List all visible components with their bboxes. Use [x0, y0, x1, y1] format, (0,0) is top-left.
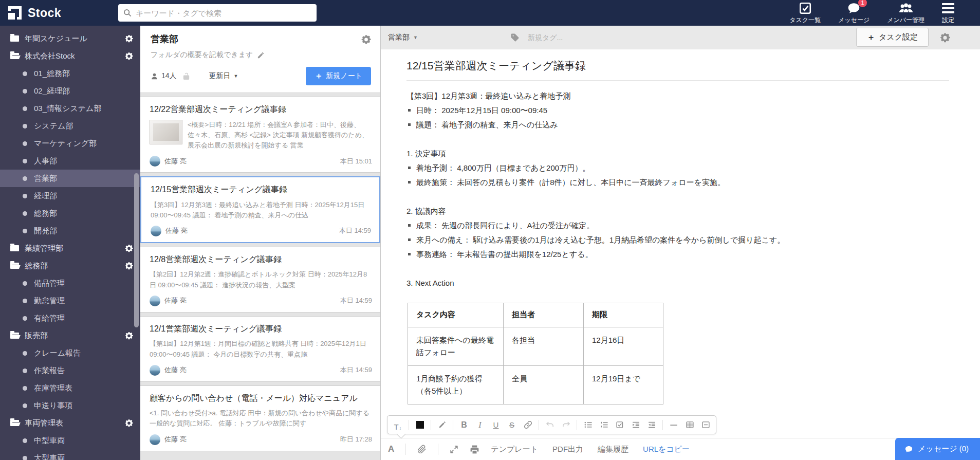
sidebar-item[interactable]: 作業報告: [0, 362, 140, 379]
underline-button[interactable]: U: [491, 419, 501, 431]
col-header-task: タスク内容: [408, 303, 504, 327]
doc-line: [406, 132, 949, 146]
indent-button[interactable]: [631, 419, 641, 431]
task-setting-button[interactable]: ＋ タスク設定: [856, 28, 929, 47]
bulleted-list-button[interactable]: [583, 419, 593, 431]
note-bullet-icon: [23, 386, 27, 391]
sidebar-item[interactable]: 営業部: [0, 170, 140, 187]
person-icon: [151, 72, 158, 80]
undo-button[interactable]: [545, 419, 555, 431]
sidebar-item[interactable]: 株式会社Stock: [0, 47, 140, 65]
sidebar-item[interactable]: 勤怠管理: [0, 292, 140, 309]
folder-gear-icon[interactable]: [125, 34, 133, 43]
folder-description[interactable]: フォルダの概要を記載できます: [151, 50, 371, 60]
text-color-button[interactable]: [415, 419, 425, 431]
insert-table-button[interactable]: [685, 419, 695, 431]
folder-gear-icon[interactable]: [125, 262, 133, 270]
unlock-icon[interactable]: [182, 72, 191, 81]
folder-gear-icon[interactable]: [125, 244, 133, 252]
table-remove-button[interactable]: [700, 419, 711, 431]
horizontal-rule-button[interactable]: [669, 419, 679, 431]
note-card[interactable]: 顧客からの問い合わせ（電話・メール）対応マニュアル <1. 問い合わせ受付>a.…: [140, 385, 380, 451]
sidebar-item[interactable]: 03_情報システム部: [0, 100, 140, 117]
pdf-export-button[interactable]: PDF出力: [552, 445, 583, 454]
folder-gear-icon[interactable]: [125, 52, 133, 60]
new-tag-input[interactable]: [528, 33, 631, 42]
note-document[interactable]: 12/15営業部週次ミーティング議事録 【第3回】12月第3週：最終追い込みと着…: [381, 49, 980, 438]
outdent-button[interactable]: [646, 419, 657, 431]
sidebar-item[interactable]: 有給管理: [0, 309, 140, 327]
sort-dropdown[interactable]: 更新日 ▼: [209, 71, 238, 81]
cell-deadline: 12月19日まで: [584, 366, 663, 404]
strikethrough-button[interactable]: S: [507, 419, 517, 431]
sidebar-item[interactable]: 総務部: [0, 205, 140, 222]
sidebar-item[interactable]: 業績管理部: [0, 240, 140, 257]
font-button[interactable]: A: [388, 444, 394, 454]
numbered-list-button[interactable]: [599, 419, 609, 431]
sidebar-item[interactable]: 経理部: [0, 187, 140, 205]
sidebar-item[interactable]: システム部: [0, 117, 140, 135]
link-button[interactable]: [523, 419, 533, 431]
folder-settings-gear-icon[interactable]: [361, 34, 371, 44]
col-header-deadline: 期限: [584, 303, 663, 327]
sidebar-item[interactable]: 販売部: [0, 327, 140, 344]
sidebar-item[interactable]: 車両管理表: [0, 414, 140, 432]
col-header-owner: 担当者: [504, 303, 584, 327]
sidebar-item-label: 作業報告: [34, 366, 65, 376]
sidebar-item[interactable]: クレーム報告: [0, 344, 140, 362]
sidebar-item[interactable]: 総務部: [0, 257, 140, 274]
note-settings-gear-icon[interactable]: [940, 32, 950, 43]
sidebar-item[interactable]: 年間スケジュール: [0, 30, 140, 47]
note-author: 佐藤 亮: [164, 365, 187, 375]
edit-history-button[interactable]: 編集履歴: [598, 445, 628, 454]
folder-gear-icon[interactable]: [125, 419, 133, 427]
sidebar-item-label: 備品管理: [34, 279, 65, 288]
tag-bar: 営業部 ▼ ＋ タスク設定: [381, 26, 980, 49]
search-input[interactable]: [136, 9, 311, 17]
new-note-button[interactable]: ＋ 新規ノート: [306, 67, 371, 85]
template-button[interactable]: テンプレート: [491, 445, 538, 454]
print-icon[interactable]: [470, 445, 479, 454]
sidebar-scrollbar[interactable]: [134, 173, 139, 327]
nav-messages[interactable]: 1 メッセージ: [838, 2, 870, 25]
sidebar-item[interactable]: 02_経理部: [0, 82, 140, 100]
copy-url-button[interactable]: URLをコピー: [643, 445, 690, 454]
text-size-button[interactable]: T↕: [393, 419, 403, 431]
sidebar-item[interactable]: 人事部: [0, 152, 140, 170]
message-thread-button[interactable]: メッセージ (0): [895, 438, 980, 460]
sidebar-item[interactable]: 申送り事項: [0, 397, 140, 414]
checklist-button[interactable]: [615, 419, 625, 431]
sidebar-item[interactable]: 備品管理: [0, 274, 140, 292]
sidebar-item[interactable]: 在庫管理表: [0, 379, 140, 397]
folder-gear-icon[interactable]: [125, 332, 133, 340]
sidebar-item-label: 開発部: [34, 226, 57, 236]
sidebar-item-label: 03_情報システム部: [34, 104, 101, 114]
table-row: 1月商談予約の獲得（各5件以上） 全員 12月19日まで: [408, 366, 663, 404]
doc-line: 【第3回】12月第3週：最終追い込みと着地予測: [406, 89, 949, 103]
note-card[interactable]: 12/15営業部週次ミーティング議事録 【第3回】12月第3週：最終追い込みと着…: [140, 176, 380, 243]
note-card[interactable]: 12/22営業部週次ミーティング議事録 <概要>日時：12/21 場所：会議室A…: [140, 97, 380, 173]
redo-button[interactable]: [561, 419, 571, 431]
nav-settings[interactable]: 設定: [942, 2, 954, 25]
next-action-table: タスク内容 担当者 期限 未回答案件への最終電話フォロー 各担当 12月16日: [408, 303, 663, 404]
sidebar-item[interactable]: 01_総務部: [0, 65, 140, 82]
italic-button[interactable]: I: [475, 419, 485, 431]
member-count[interactable]: 14人: [151, 71, 177, 81]
note-card[interactable]: 12/8営業部週次ミーティング議事録 【第2回】12月第2週：進捗確認とボトルネ…: [140, 247, 380, 312]
sidebar-item[interactable]: 大型車両: [0, 449, 140, 460]
nav-task-list[interactable]: タスク一覧: [789, 2, 821, 25]
sidebar-item[interactable]: 開発部: [0, 222, 140, 240]
sidebar-item[interactable]: マーケティング部: [0, 135, 140, 152]
attachment-button[interactable]: [417, 445, 427, 454]
note-card[interactable]: 12/1営業部週次ミーティング議事録 【第1回】12月第1週：月間目標の確認と戦…: [140, 316, 380, 382]
app-logo[interactable]: Stock: [0, 6, 118, 20]
folder-select-dropdown[interactable]: 営業部 ▼: [388, 33, 418, 42]
search-icon: [123, 9, 132, 17]
bold-button[interactable]: B: [459, 419, 469, 431]
avatar: [150, 365, 160, 376]
highlighter-button[interactable]: [437, 419, 447, 431]
nav-member-management[interactable]: メンバー管理: [887, 2, 924, 25]
fullscreen-icon[interactable]: [450, 445, 458, 454]
sidebar-item[interactable]: 中型車両: [0, 432, 140, 449]
cell-owner: 全員: [504, 366, 584, 404]
